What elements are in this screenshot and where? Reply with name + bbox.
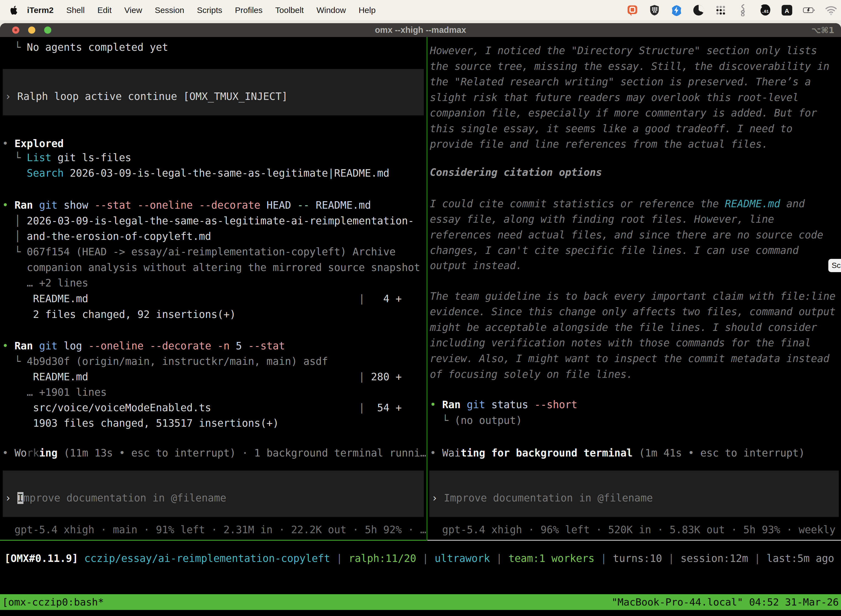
terminal-line: However, I noticed the "Directory Struct… — [430, 45, 817, 57]
menu-item-window[interactable]: Window — [310, 6, 352, 15]
right-prompt-input[interactable]: › Improve documentation in @filename — [429, 471, 839, 517]
pane-divider[interactable] — [426, 37, 428, 541]
tmux-session-label: [omx-cczip0:bash* — [2, 596, 104, 608]
terminal-line: the "Related research writing" section i… — [430, 76, 811, 88]
terminal-line: • Ran git status --short — [430, 399, 577, 411]
terminal-line: output instead. — [430, 260, 522, 272]
terminal-line: this single essay, it seems like a good … — [430, 123, 793, 135]
menu-item-scripts[interactable]: Scripts — [190, 6, 229, 15]
dots-grid-icon[interactable] — [715, 4, 727, 16]
terminal-line: • Waiting for background terminal (1m 41… — [430, 447, 805, 459]
terminal-line: essay file, along with finding root file… — [430, 213, 774, 226]
zoom-button[interactable] — [44, 26, 51, 34]
menu-bar: iTerm2ShellEditViewSessionScriptsProfile… — [0, 0, 841, 20]
terminal-line: of focusing solely on file lines. — [430, 368, 633, 381]
menu-item-edit[interactable]: Edit — [91, 6, 118, 15]
battery-icon[interactable] — [803, 4, 815, 16]
right-pane-border — [428, 540, 841, 541]
screen-indicator-icon[interactable] — [626, 4, 639, 16]
terminal-line: I could cite commit statistics or refere… — [430, 198, 805, 210]
screen-share-popover[interactable]: Scre — [828, 259, 841, 272]
terminal-line: provide file and line references from th… — [430, 138, 768, 150]
minimize-button[interactable] — [28, 26, 35, 34]
terminal-line: slight risk that future readers may over… — [430, 92, 799, 104]
menu-item-view[interactable]: View — [118, 6, 148, 15]
svg-text:..61: ..61 — [762, 9, 769, 13]
terminal-line: the source tree, missing the essay. Stil… — [430, 60, 829, 73]
badge-61-icon[interactable]: ..61 — [759, 4, 771, 16]
svg-text:A: A — [785, 7, 789, 14]
terminal-line: The team guideline is to back every impo… — [430, 290, 835, 302]
pie-logo-icon[interactable] — [693, 4, 705, 16]
terminal-line: evidence. Since this change only affects… — [430, 306, 835, 318]
right-model-status: gpt-5.4 xhigh · 96% left · 520K in · 5.8… — [430, 524, 841, 536]
terminal-line: companion file, especially if more comme… — [430, 107, 817, 119]
tmux-host-clock: "MacBook-Pro-44.local" 04:52 31-Mar-26 — [611, 596, 839, 608]
iterm-window: omx --xhigh --madmax ⌥⌘1 └ No agents com… — [0, 23, 841, 616]
lightning-badge-icon[interactable] — [671, 4, 683, 16]
tmux-status-bar: [omx-cczip0:bash* "MacBook-Pro-44.local"… — [0, 594, 841, 610]
menu-items: iTerm2ShellEditViewSessionScriptsProfile… — [21, 6, 382, 15]
apple-icon[interactable] — [10, 6, 18, 15]
screen-share-popover-label: Scre — [832, 261, 841, 270]
menu-item-toolbelt[interactable]: Toolbelt — [269, 6, 310, 15]
left-pane-border — [0, 540, 426, 541]
title-bar[interactable]: omx --xhigh --madmax ⌥⌘1 — [0, 23, 841, 37]
menu-item-help[interactable]: Help — [352, 6, 382, 15]
terminal-line: might be acceptable alongside the file l… — [430, 321, 817, 334]
keyboard-a-icon[interactable]: A — [781, 4, 793, 16]
window-title: omx --xhigh --madmax — [375, 25, 466, 35]
right-prompt-text: › Improve documentation in @filename — [432, 492, 653, 504]
menu-item-iterm2[interactable]: iTerm2 — [21, 6, 60, 15]
shield-icon[interactable] — [648, 4, 661, 16]
omx-status-line: [OMX#0.11.9] cczip/essay/ai-reimplementa… — [4, 553, 834, 565]
terminal-line: references need actual files, and since … — [430, 229, 823, 241]
terminal-line: changes, I can't cite specific file line… — [430, 245, 799, 257]
menu-item-shell[interactable]: Shell — [60, 6, 91, 15]
terminal-content: └ No agents completed yet• Explored └ Li… — [0, 37, 841, 616]
window-shortcut-badge: ⌥⌘1 — [812, 25, 834, 35]
traffic-lights — [12, 26, 51, 34]
squiggle-icon[interactable] — [737, 4, 749, 16]
wifi-icon[interactable] — [825, 4, 837, 16]
terminal-line: Considering citation options — [430, 166, 602, 179]
terminal-line: including verification notes with those … — [430, 337, 811, 349]
menubar-status-icons: ..61A — [626, 0, 837, 20]
terminal-line: └ (no output) — [430, 415, 522, 427]
menu-item-profiles[interactable]: Profiles — [229, 6, 269, 15]
desktop: { "menu_bar": { "items": ["iTerm2", "She… — [0, 0, 841, 616]
menu-item-session[interactable]: Session — [148, 6, 190, 15]
terminal-line: review. Also, I might want to inspect th… — [430, 353, 829, 365]
close-button[interactable] — [12, 26, 19, 34]
